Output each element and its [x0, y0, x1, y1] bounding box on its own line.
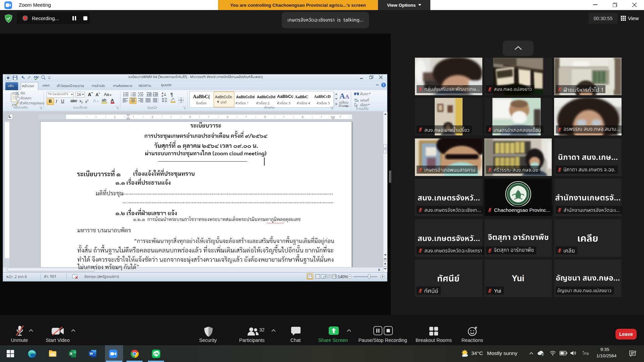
svg-text:?: ? [383, 83, 384, 87]
svg-text:ab: ab [354, 98, 357, 101]
svg-text:A: A [162, 92, 163, 95]
svg-text:3: 3 [131, 95, 132, 97]
svg-text:Z: Z [162, 95, 163, 97]
svg-text:ABC: ABC [34, 75, 39, 78]
